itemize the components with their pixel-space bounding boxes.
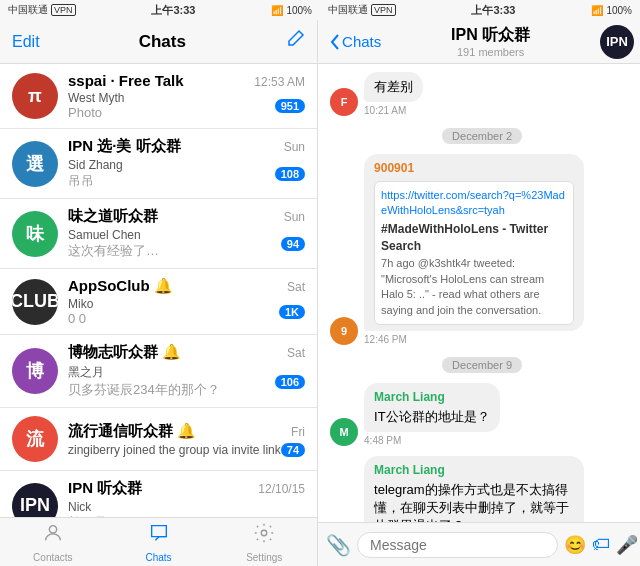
chat-avatar: 選	[12, 141, 58, 187]
msg-sender: 900901	[374, 160, 574, 177]
chat-time: Sat	[287, 346, 305, 360]
tab-settings[interactable]: Settings	[211, 518, 317, 566]
chat-item-content: IPN 听众群 12/10/15 Nick 并不是	[68, 479, 305, 517]
chat-time: 12:53 AM	[254, 75, 305, 89]
chat-badge: 94	[281, 237, 305, 251]
tab-contacts[interactable]: Contacts	[0, 518, 106, 566]
chat-detail: Chats IPN 听众群 191 members IPN F 有差别 10:2…	[318, 20, 640, 566]
msg-text: 有差别	[374, 78, 413, 96]
sticker-button[interactable]: 🏷	[592, 534, 610, 555]
msg-bubble: 有差别	[364, 72, 423, 102]
chat-preview: Photo	[68, 105, 124, 120]
chats-title: Chats	[139, 32, 186, 52]
detail-group-name: IPN 听众群	[381, 25, 600, 46]
msg-bubble: 900901 https://twitter.com/search?q=%23M…	[364, 154, 584, 331]
input-bar: 📎 😊 🏷 🎤	[318, 522, 640, 566]
right-vpn: VPN	[371, 4, 396, 16]
msg-time: 12:46 PM	[364, 334, 584, 345]
chat-subtitle: zingiberry joined the group via invite l…	[68, 443, 281, 457]
chat-badge: 108	[275, 167, 305, 181]
attach-button[interactable]: 📎	[326, 533, 351, 557]
message-row: M March LiangIT公论群的地址是？ 4:48 PM	[330, 383, 634, 446]
message-row: F 有差别 10:21 AM	[330, 72, 634, 116]
tab-chats[interactable]: Chats	[106, 518, 212, 566]
chats-tab-icon	[148, 522, 170, 550]
chat-preview: 0 0	[68, 311, 93, 326]
tab-bar: Contacts Chats Settings	[0, 517, 317, 566]
compose-button[interactable]	[285, 29, 305, 54]
message-input[interactable]	[357, 532, 558, 558]
chat-avatar: 味	[12, 211, 58, 257]
msg-bubble: March LiangIT公论群的地址是？	[364, 383, 500, 432]
chat-badge: 1K	[279, 305, 305, 319]
msg-text: telegram的操作方式也是不太搞得懂，在聊天列表中删掉了，就等于从群里退出了…	[374, 481, 574, 522]
right-battery: 100%	[606, 5, 632, 16]
message-row: 9 900901 https://twitter.com/search?q=%2…	[330, 154, 634, 345]
chat-name: 博物志听众群 🔔	[68, 343, 181, 362]
edit-button[interactable]: Edit	[12, 33, 40, 51]
chat-subtitle: West Myth	[68, 91, 124, 105]
chat-subtitle: Miko	[68, 297, 93, 311]
chat-list-item[interactable]: 流 流行通信听众群 🔔 Fri zingiberry joined the gr…	[0, 408, 317, 471]
right-signal: 📶	[591, 5, 603, 16]
contacts-label: Contacts	[33, 552, 72, 563]
svg-point-0	[49, 525, 56, 532]
chat-badge: 74	[281, 443, 305, 457]
msg-avatar: 9	[330, 317, 358, 345]
chat-name: AppSoClub 🔔	[68, 277, 173, 295]
chat-item-content: 流行通信听众群 🔔 Fri zingiberry joined the grou…	[68, 422, 305, 457]
chat-name: 流行通信听众群 🔔	[68, 422, 196, 441]
msg-text: IT公论群的地址是？	[374, 408, 490, 426]
chat-list-item[interactable]: 選 IPN 选·美 听众群 Sun Sid Zhang 吊吊 108	[0, 129, 317, 199]
chat-name: 味之道听众群	[68, 207, 158, 226]
chat-avatar: 博	[12, 348, 58, 394]
chat-avatar: IPN	[12, 483, 58, 518]
chat-item-content: sspai · Free Talk 12:53 AM West Myth Pho…	[68, 72, 305, 120]
link-title: #MadeWithHoloLens - Twitter Search	[381, 221, 567, 255]
detail-header-avatar[interactable]: IPN	[600, 25, 634, 59]
back-button[interactable]: Chats	[330, 33, 381, 50]
chat-badge: 106	[275, 375, 305, 389]
chat-subtitle: Sid Zhang	[68, 158, 123, 172]
chat-list-item[interactable]: CLUB AppSoClub 🔔 Sat Miko 0 0 1K	[0, 269, 317, 335]
chat-preview: 这次有经验了…	[68, 242, 159, 260]
chat-subtitle: Samuel Chen	[68, 228, 159, 242]
emoji-button[interactable]: 😊	[564, 534, 586, 556]
msg-time: 10:21 AM	[364, 105, 423, 116]
detail-title-block: IPN 听众群 191 members	[381, 25, 600, 58]
chat-time: Fri	[291, 425, 305, 439]
right-time: 上午3:33	[399, 3, 589, 18]
chat-item-content: AppSoClub 🔔 Sat Miko 0 0 1K	[68, 277, 305, 326]
chat-list-item[interactable]: π sspai · Free Talk 12:53 AM West Myth P…	[0, 64, 317, 129]
left-battery-icon: 📶	[271, 5, 283, 16]
msg-time: 4:48 PM	[364, 435, 500, 446]
detail-header: Chats IPN 听众群 191 members IPN	[318, 20, 640, 64]
link-url[interactable]: https://twitter.com/search?q=%23MadeWith…	[381, 188, 567, 219]
chat-time: Sun	[284, 140, 305, 154]
link-preview: https://twitter.com/search?q=%23MadeWith…	[374, 181, 574, 325]
right-status-bar: 中国联通 VPN 上午3:33 📶 100%	[320, 0, 640, 20]
chat-list-item[interactable]: 味 味之道听众群 Sun Samuel Chen 这次有经验了… 94	[0, 199, 317, 269]
left-battery: 100%	[286, 5, 312, 16]
chat-list-item[interactable]: 博 博物志听众群 🔔 Sat 黑之月 贝多芬诞辰234年的那个？ 106	[0, 335, 317, 408]
chat-time: Sun	[284, 210, 305, 224]
settings-label: Settings	[246, 552, 282, 563]
back-label: Chats	[342, 33, 381, 50]
mic-button[interactable]: 🎤	[616, 534, 638, 556]
msg-avatar: F	[330, 88, 358, 116]
chat-item-content: 味之道听众群 Sun Samuel Chen 这次有经验了… 94	[68, 207, 305, 260]
left-time: 上午3:33	[79, 3, 269, 18]
chat-list-item[interactable]: IPN IPN 听众群 12/10/15 Nick 并不是	[0, 471, 317, 517]
right-carrier: 中国联通	[328, 3, 368, 17]
link-desc: 7h ago @k3shtk4r tweeted: "Microsoft's H…	[381, 256, 567, 318]
chat-name: IPN 听众群	[68, 479, 142, 498]
chat-subtitle: 黑之月	[68, 364, 220, 381]
chat-preview: 吊吊	[68, 172, 123, 190]
left-vpn: VPN	[51, 4, 76, 16]
chat-item-content: 博物志听众群 🔔 Sat 黑之月 贝多芬诞辰234年的那个？ 106	[68, 343, 305, 399]
chat-name: sspai · Free Talk	[68, 72, 184, 89]
left-carrier: 中国联通	[8, 3, 48, 17]
left-status-bar: 中国联通 VPN 上午3:33 📶 100%	[0, 0, 320, 20]
chat-subtitle: Nick	[68, 500, 107, 514]
msg-bubble: March Liangtelegram的操作方式也是不太搞得懂，在聊天列表中删掉…	[364, 456, 584, 522]
